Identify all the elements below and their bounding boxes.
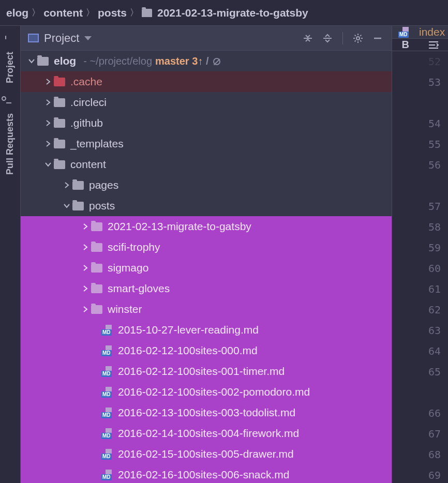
tool-window-project[interactable]: Project (5, 31, 16, 93)
line-number[interactable]: 67 (392, 424, 441, 444)
line-number[interactable]: 63 (392, 320, 441, 341)
tree-label: 2016-02-15-100sites-005-drawer.md (118, 448, 294, 460)
tree-label: 2016-02-12-100sites-000.md (118, 344, 258, 357)
line-number[interactable]: 68 (392, 444, 441, 465)
tree-item[interactable]: .circleci (21, 92, 392, 113)
svg-point-0 (356, 37, 360, 40)
line-number[interactable]: 56 (392, 155, 441, 175)
tree-root[interactable]: elog - ~/project/elog master 3↑ / (21, 51, 392, 71)
tree-item[interactable]: winster (21, 299, 392, 320)
tree-item[interactable]: 2016-02-14-100sites-004-firework.md (21, 423, 392, 444)
tree-item[interactable]: _templates (21, 133, 392, 154)
chevron-right-icon[interactable] (61, 182, 72, 189)
tree-label: winster (108, 303, 142, 315)
breadcrumb-item[interactable]: posts (98, 7, 127, 19)
line-number[interactable]: 57 (392, 196, 441, 217)
tree-item[interactable]: scifi-trophy (21, 237, 392, 258)
tree-item[interactable]: 2016-02-15-100sites-005-drawer.md (21, 444, 392, 464)
project-view-selector[interactable]: Project (28, 32, 295, 45)
markdown-file-icon (101, 448, 113, 460)
chevron-right-icon[interactable] (80, 306, 91, 313)
tree-label: 2016-02-12-100sites-002-pomodoro.md (118, 386, 310, 398)
tree-label: 2016-02-12-100sites-001-timer.md (118, 365, 285, 378)
folder-icon (37, 57, 49, 66)
folder-icon (91, 305, 102, 314)
expand-all-button[interactable] (321, 32, 334, 45)
collapse-all-button[interactable] (301, 32, 315, 45)
tree-item[interactable]: .cache (21, 71, 392, 92)
separator (342, 32, 343, 44)
chevron-right-icon[interactable] (80, 223, 91, 230)
line-number[interactable]: 58 (392, 217, 441, 237)
editor-tab[interactable]: index (392, 26, 448, 39)
tree-item[interactable]: content (21, 154, 392, 175)
panel-title: Project (44, 32, 79, 45)
tree-label: elog (54, 55, 76, 67)
project-tree[interactable]: elog - ~/project/elog master 3↑ / .cache… (21, 51, 392, 483)
line-number[interactable]: 60 (392, 258, 441, 279)
tree-label: content (70, 158, 106, 171)
tree-item[interactable]: 2016-02-12-100sites-002-pomodoro.md (21, 382, 392, 402)
line-number[interactable]: 55 (392, 134, 441, 155)
chevron-right-icon[interactable] (80, 285, 91, 292)
tree-item[interactable]: posts (21, 195, 392, 216)
line-number[interactable]: 64 (392, 341, 441, 361)
tree-label: pages (89, 179, 118, 191)
tree-item[interactable]: 2016-02-12-100sites-000.md (21, 340, 392, 361)
chevron-down-icon[interactable] (61, 202, 72, 209)
tree-item[interactable]: smart-gloves (21, 278, 392, 299)
line-number-gutter: 52535455565758596061626364656667686970 (392, 51, 448, 483)
project-panel: Project elog (21, 26, 392, 483)
tree-path: - ~/project/elog (83, 55, 152, 67)
tree-item[interactable]: 2016-02-13-100sites-003-todolist.md (21, 402, 392, 423)
line-number[interactable]: 66 (392, 403, 441, 424)
tree-item[interactable]: pages (21, 175, 392, 195)
tree-label: 2016-02-16-100sites-006-snack.md (118, 469, 290, 481)
chevron-down-icon[interactable] (42, 161, 54, 168)
line-number[interactable]: 69 (392, 465, 441, 483)
folder-icon (54, 98, 65, 107)
folder-icon (72, 202, 84, 210)
breadcrumb-item[interactable]: 2021-02-13-migrate-to-gatsby (157, 7, 308, 19)
markdown-file-icon (101, 469, 113, 480)
line-number[interactable]: 52 (392, 51, 441, 72)
tool-window-label: Pull Requests (5, 113, 16, 175)
editor-toolbar: B (392, 39, 448, 51)
align-button[interactable] (428, 41, 439, 49)
tree-item[interactable]: 2015-10-27-lever-reading.md (21, 320, 392, 340)
tree-item[interactable]: sigmago (21, 258, 392, 278)
markdown-file-icon (101, 386, 113, 398)
tree-label: smart-gloves (108, 282, 170, 295)
chevron-right-icon[interactable] (42, 78, 54, 85)
chevron-down-icon[interactable] (26, 57, 37, 65)
tree-label: _templates (70, 138, 124, 150)
tool-window-pull-requests[interactable]: Pull Requests (5, 93, 16, 184)
bold-button[interactable]: B (401, 39, 409, 51)
tree-label: .cache (70, 76, 102, 88)
chevron-right-icon[interactable] (80, 264, 91, 271)
folder-icon (91, 243, 102, 252)
chevron-right-icon[interactable] (42, 119, 54, 127)
line-number[interactable]: 53 (392, 72, 441, 93)
folder-icon (72, 181, 84, 190)
tree-item[interactable]: 2021-02-13-migrate-to-gatsby (21, 216, 392, 237)
line-number[interactable]: 61 (392, 279, 441, 299)
breadcrumb-item[interactable]: content (43, 7, 83, 19)
line-number[interactable]: 62 (392, 299, 441, 320)
folder-icon (91, 264, 102, 273)
editor-tab-label: index (419, 26, 445, 38)
chevron-right-icon[interactable] (42, 99, 54, 106)
breadcrumb-item[interactable]: elog (6, 7, 28, 19)
minimize-button[interactable] (371, 32, 384, 45)
line-number[interactable]: 54 (392, 113, 441, 134)
line-number[interactable]: 59 (392, 237, 441, 258)
settings-button[interactable] (351, 32, 365, 45)
line-number-gap (392, 382, 441, 403)
tree-item[interactable]: 2016-02-12-100sites-001-timer.md (21, 361, 392, 382)
tree-item[interactable]: 2016-02-16-100sites-006-snack.md (21, 464, 392, 483)
chevron-right-icon[interactable] (42, 140, 54, 147)
chevron-right-icon[interactable] (80, 244, 91, 251)
line-number[interactable]: 65 (392, 361, 441, 382)
markdown-file-icon (101, 324, 113, 336)
tree-item[interactable]: .github (21, 113, 392, 133)
